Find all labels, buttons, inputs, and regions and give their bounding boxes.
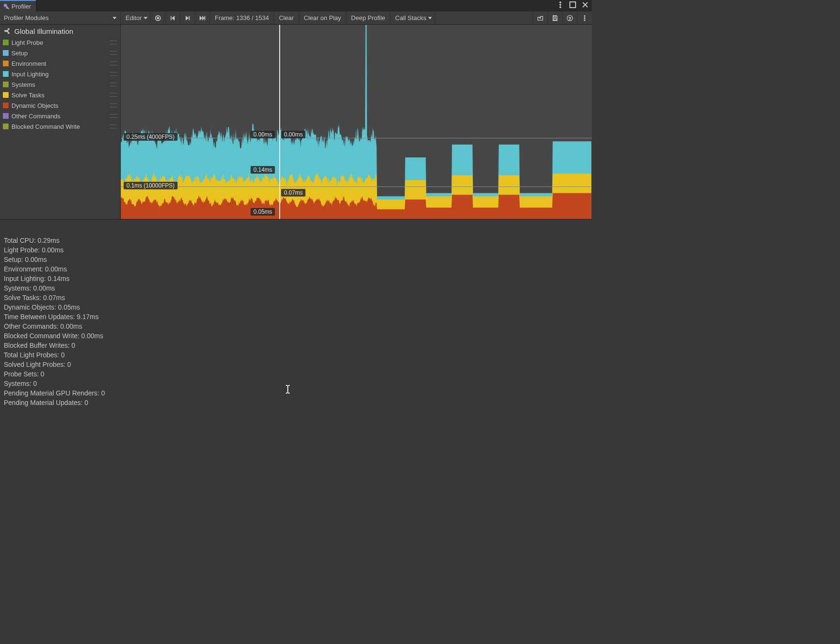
sidebar-item[interactable]: Environment [0,58,120,69]
details-line: Input Lighting: 0.14ms [4,274,588,283]
record-button[interactable] [151,11,166,24]
frame-cursor[interactable] [279,25,280,219]
details-line: Solved Light Probes: 0 [4,360,588,369]
svg-point-15 [4,30,6,32]
frame-next-button[interactable] [180,11,195,24]
profiler-modules-dropdown[interactable]: Profiler Modules [0,11,121,24]
legend-swatch [3,124,9,129]
text-cursor-icon [284,384,291,396]
legend-swatch [3,71,9,77]
kebab-menu-icon[interactable] [556,1,564,10]
module-title-text: Global Illumination [14,27,73,35]
details-line: Other Commands: 0.00ms [4,322,588,331]
sidebar-item[interactable]: Setup [0,48,120,58]
details-line: Pending Material GPU Renders: 0 [4,388,588,398]
target-label: Editor [126,14,142,21]
sidebar-item[interactable]: Systems [0,79,120,90]
svg-rect-9 [554,18,556,20]
frame-current-button[interactable] [195,11,210,24]
tabbar-spacer [36,0,554,11]
legend-swatch [3,82,9,87]
cursor-value-label: 0.05ms [251,208,275,216]
sidebar-item-label: Input Lighting [11,71,49,78]
drag-handle-icon[interactable] [110,93,117,97]
svg-point-18 [6,30,9,32]
sidebar-item[interactable]: Input Lighting [0,69,120,79]
sidebar-item-label: Setup [11,50,28,57]
chart-canvas-wrap[interactable]: 0.25ms (4000FPS)0.1ms (10000FPS)0.00ms0.… [121,25,592,219]
call-stacks-dropdown[interactable]: Call Stacks [390,11,435,24]
details-line: Dynamic Objects: 0.05ms [4,302,588,312]
drag-handle-icon[interactable] [110,104,117,107]
legend-swatch [3,50,9,56]
details-line: Total Light Probes: 0 [4,350,588,360]
drag-handle-icon[interactable] [110,114,117,118]
tab-profiler[interactable]: Profiler [0,0,36,11]
sidebar-item-label: Solve Tasks [11,92,44,99]
profiler-icon [3,3,10,10]
sidebar-item-label: Blocked Command Write [11,123,80,130]
details-line: Light Probe: 0.00ms [4,245,588,255]
gridline-label: 0.1ms (10000FPS) [124,182,178,189]
toolbar: Profiler Modules Editor Frame: 1336 / 15… [0,11,592,25]
details-line: Probe Sets: 0 [4,369,588,379]
sidebar-item-label: Dynamic Objects [11,102,58,109]
sidebar-item-label: Other Commands [11,113,61,120]
frame-prev-button[interactable] [166,11,180,24]
drag-handle-icon[interactable] [110,62,117,65]
legend-swatch [3,40,9,45]
maximize-icon[interactable] [569,1,577,10]
sidebar-item[interactable]: Blocked Command Write [0,121,120,132]
details-panel: Total CPU: 0.29msLight Probe: 0.00msSetu… [0,219,592,455]
module-gear-icon [3,27,11,35]
titlebar: Profiler [0,0,592,11]
details-line: Blocked Buffer Writes: 0 [4,341,588,350]
tab-title: Profiler [11,3,31,10]
modules-label: Profiler Modules [4,14,49,21]
drag-handle-icon[interactable] [110,72,117,76]
context-menu-button[interactable] [578,11,592,24]
legend-swatch [3,103,9,108]
sidebar-item[interactable]: Light Probe [0,37,120,48]
sidebar-item[interactable]: Other Commands [0,111,120,121]
details-line: Systems: 0.00ms [4,283,588,293]
details-line: Setup: 0.00ms [4,255,588,264]
svg-rect-5 [570,2,576,8]
details-line: Environment: 0.00ms [4,264,588,274]
module-sidebar: Global Illumination Light ProbeSetupEnvi… [0,25,121,219]
save-button[interactable] [548,11,563,24]
load-button[interactable] [533,11,548,24]
module-title[interactable]: Global Illumination [0,25,120,37]
drag-handle-icon[interactable] [110,83,117,86]
svg-point-17 [8,32,10,34]
legend-swatch [3,61,9,66]
svg-point-4 [560,7,561,8]
details-line: Systems: 0 [4,379,588,388]
sidebar-item-label: Systems [11,81,35,88]
close-icon[interactable] [581,1,589,10]
svg-point-13 [584,17,586,19]
sidebar-item-label: Environment [11,60,46,67]
cursor-value-label: 0.00ms [281,131,305,138]
drag-handle-icon[interactable] [110,51,117,55]
clear-on-play-button[interactable]: Clear on Play [299,11,346,24]
drag-handle-icon[interactable] [110,125,117,128]
cursor-value-label: 0.14ms [251,166,275,174]
cursor-value-label: 0.07ms [281,189,305,197]
drag-handle-icon[interactable] [110,41,117,44]
svg-point-2 [560,2,561,3]
legend-swatch [3,113,9,119]
legend-swatch [3,92,9,98]
help-button[interactable]: ? [563,11,578,24]
frame-display: Frame: 1336 / 1534 [210,11,274,24]
gridline-label: 0.25ms (4000FPS) [124,133,178,141]
target-dropdown[interactable]: Editor [121,11,151,24]
sidebar-item[interactable]: Solve Tasks [0,90,120,100]
svg-point-3 [560,4,561,6]
sidebar-item[interactable]: Dynamic Objects [0,100,120,111]
sidebar-item-label: Light Probe [11,39,43,46]
deep-profile-button[interactable]: Deep Profile [346,11,391,24]
clear-button[interactable]: Clear [274,11,299,24]
chart-canvas[interactable] [121,25,592,219]
details-line: Blocked Command Write: 0.00ms [4,331,588,341]
